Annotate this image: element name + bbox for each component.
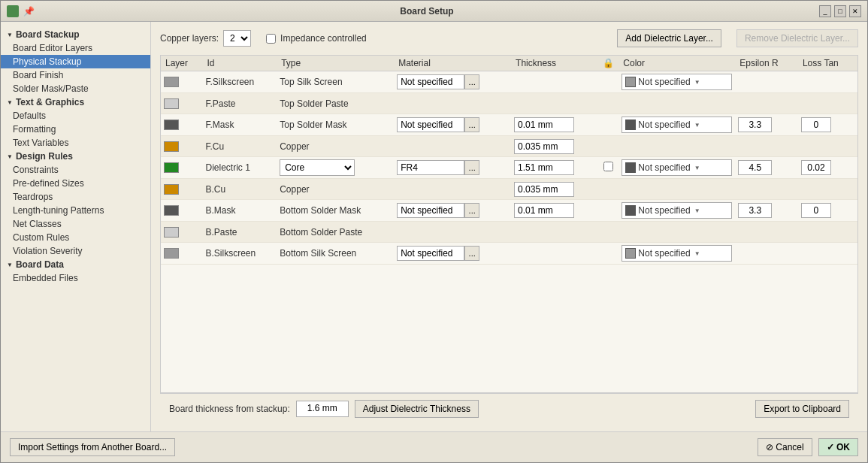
table-row: F.Silkscreen Top Silk Screen ... [161,71,857,93]
layer-table-container: Layer Id Type Material Thickness 🔒 Color… [160,55,858,393]
col-type: Type [277,56,394,71]
export-clipboard-button[interactable]: Export to Clipboard [755,400,849,418]
sidebar-item-constraints[interactable]: Constraints [1,163,150,177]
epsilon-r [735,71,798,93]
chevron-down-icon: ▼ [694,250,700,257]
sidebar: ▼ Board Stackup Board Editor Layers Phys… [1,22,151,431]
sidebar-item-text-variables[interactable]: Text Variables [1,136,150,150]
epsilon-input[interactable] [738,117,772,132]
material-input[interactable] [397,74,464,89]
material-browse-button[interactable]: ... [464,74,479,89]
table-row: F.Cu Copper [161,136,857,157]
material-browse-button[interactable]: ... [464,246,479,261]
color-picker-button[interactable]: Not specified ▼ [622,202,732,219]
sidebar-item-custom-rules[interactable]: Custom Rules [1,231,150,244]
material-input[interactable] [397,203,464,218]
adjust-dielectric-button[interactable]: Adjust Dielectric Thickness [355,400,479,418]
triangle-icon: ▼ [7,32,13,38]
footer-right: ⊘ Cancel ✓ OK [758,438,858,456]
sidebar-group-board-stackup[interactable]: ▼ Board Stackup [1,28,150,41]
material-input[interactable] [397,246,464,261]
color-picker-button[interactable]: Not specified ▼ [622,117,732,133]
chevron-down-icon: ▼ [694,122,700,129]
sidebar-group-label: Board Data [16,259,64,270]
sidebar-item-formatting[interactable]: Formatting [1,123,150,136]
color-picker-button[interactable]: Not specified ▼ [622,159,732,176]
ok-button[interactable]: ✓ OK [818,438,858,456]
col-lock: 🔒 [598,56,618,71]
cancel-label: Cancel [776,442,803,452]
col-layer: Layer [161,56,203,71]
loss-tan [798,71,857,93]
material-browse-button[interactable]: ... [464,160,479,175]
sidebar-item-net-classes[interactable]: Net Classes [1,217,150,231]
thickness-input[interactable] [514,203,574,218]
col-color: Color [618,56,735,71]
color-picker-button[interactable]: Not specified ▼ [622,74,732,90]
main-panel: Copper layers: 2 Impedance controlled Ad… [151,22,867,431]
copper-layers-label: Copper layers: [160,33,219,44]
maximize-button[interactable]: □ [834,5,846,17]
sidebar-group-label: Text & Graphics [16,97,84,107]
sidebar-item-embedded-files[interactable]: Embedded Files [1,271,150,285]
layer-id: F.Cu [203,136,277,157]
layer-id: F.Paste [203,93,277,114]
sidebar-item-physical-stackup[interactable]: Physical Stackup [1,55,150,68]
loss-input[interactable] [801,160,831,175]
sidebar-item-teardrops[interactable]: Teardrops [1,190,150,204]
material-browse-button[interactable]: ... [464,203,479,218]
sidebar-group-label: Design Rules [16,151,73,162]
layer-lock [598,243,618,265]
copper-layers-select[interactable]: 2 [223,30,251,47]
sidebar-item-violation-severity[interactable]: Violation Severity [1,244,150,258]
col-thickness: Thickness [511,56,598,71]
lock-checkbox[interactable] [603,162,613,171]
triangle-icon: ▼ [7,262,13,268]
color-swatch [625,205,636,216]
triangle-icon: ▼ [7,153,13,160]
color-picker-button[interactable]: Not specified ▼ [622,245,732,262]
layer-thickness [511,222,598,243]
sidebar-item-board-finish[interactable]: Board Finish [1,68,150,82]
layer-id: Dielectric 1 [203,157,277,179]
sidebar-group-text-graphics[interactable]: ▼ Text & Graphics [1,95,150,109]
layer-strip [164,205,179,216]
sidebar-item-board-editor-layers[interactable]: Board Editor Layers [1,41,150,55]
sidebar-item-defaults[interactable]: Defaults [1,109,150,123]
sidebar-group-design-rules[interactable]: ▼ Design Rules [1,150,150,163]
thickness-input[interactable] [514,139,574,154]
loss-tan [798,243,857,265]
impedance-checkbox[interactable] [266,34,276,44]
close-button[interactable]: ✕ [849,5,861,17]
color-label: Not specified [638,77,690,87]
thickness-input[interactable] [514,160,574,175]
import-settings-button[interactable]: Import Settings from Another Board... [10,438,175,456]
remove-dielectric-button: Remove Dielectric Layer... [736,29,858,47]
epsilon-input[interactable] [738,160,772,175]
ok-icon: ✓ [827,442,834,452]
layer-type: Copper [277,179,394,200]
cancel-button[interactable]: ⊘ Cancel [758,438,812,456]
color-swatch [625,120,636,130]
thickness-input[interactable] [514,117,574,132]
sidebar-item-length-tuning[interactable]: Length-tuning Patterns [1,204,150,217]
loss-input[interactable] [801,203,831,218]
add-dielectric-button[interactable]: Add Dielectric Layer... [617,29,721,47]
material-input[interactable] [397,160,464,175]
loss-input[interactable] [801,117,831,132]
type-select[interactable]: Core PrePreg [280,159,355,176]
material-input[interactable] [397,117,464,132]
epsilon-input[interactable] [738,203,772,218]
chevron-down-icon: ▼ [694,79,700,86]
triangle-icon: ▼ [7,99,13,106]
thickness-input[interactable] [514,182,574,197]
layer-strip [164,184,179,195]
app-icon [7,5,19,17]
sidebar-item-pre-defined-sizes[interactable]: Pre-defined Sizes [1,177,150,190]
sidebar-group-board-data[interactable]: ▼ Board Data [1,258,150,271]
layer-thickness [511,243,598,265]
material-browse-button[interactable]: ... [464,117,479,132]
minimize-button[interactable]: _ [819,5,831,17]
sidebar-item-solder-mask-paste[interactable]: Solder Mask/Paste [1,82,150,95]
layer-strip [164,141,179,152]
